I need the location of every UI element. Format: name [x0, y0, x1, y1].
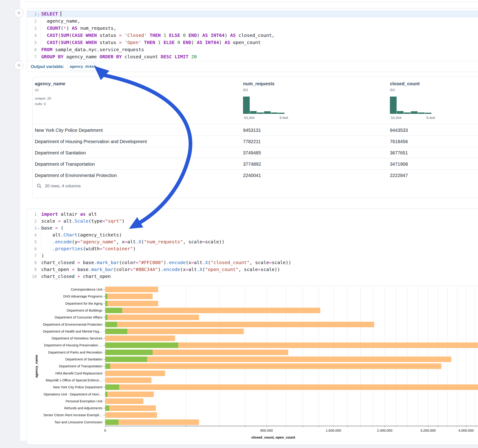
sql-code-editor[interactable]: 1∨SELECT 2 agency_name,3 COUNT(*) AS num…	[27, 8, 478, 60]
x-tick	[457, 426, 458, 427]
code-line[interactable]: 3 COUNT(*) AS num_requests,	[27, 25, 478, 32]
table-row[interactable]: Department of Sanitation37494853677651	[32, 147, 478, 158]
x-tick	[373, 426, 373, 427]
bar-closed-count	[105, 378, 151, 383]
y-axis-label: Department for the Aging	[29, 301, 102, 305]
fold-caret-icon[interactable]: ∨	[37, 225, 40, 232]
python-cell[interactable]: 1import altair as alt2scale = alt.Scale(…	[27, 209, 478, 445]
plot-border-top	[105, 286, 478, 286]
code-line[interactable]: 5 CAST(SUM(CASE WHEN status = 'Open' THE…	[27, 39, 478, 46]
bar-chart: Correspondence UnitDHS Advantage Program…	[27, 286, 478, 443]
code-line[interactable]: 1∨SELECT	[27, 10, 478, 18]
y-tick	[104, 401, 105, 401]
table-row[interactable]: New York City Police Department945313194…	[32, 124, 478, 136]
notebook-canvas: + + 1∨SELECT 2 agency_name,3 COUNT(*) AS…	[0, 0, 478, 448]
code-line[interactable]: 5 .encode(y="agency_name", x=alt.X("num_…	[27, 238, 478, 245]
histogram-min-label: 53,304	[391, 116, 402, 120]
output-variable-label: Output variable:	[31, 64, 64, 69]
code-line[interactable]: 6FROM sample_data.nyc.service_requests	[27, 46, 478, 53]
code-line[interactable]: 6 .properties(width="container")	[27, 245, 478, 252]
y-tick	[104, 380, 105, 380]
x-tick	[267, 426, 267, 427]
bar-open-count	[105, 350, 153, 355]
gridline	[360, 286, 361, 426]
x-tick	[319, 426, 319, 427]
y-tick	[104, 324, 105, 325]
table-row[interactable]: Department of Housing Preservation and D…	[32, 136, 478, 147]
x-tick	[286, 426, 286, 427]
line-number: 7	[27, 252, 37, 259]
gridline	[245, 286, 245, 426]
line-number: 6	[27, 245, 37, 252]
code-line[interactable]: 2scale = alt.Scale(type="sqrt")	[27, 218, 478, 224]
y-tick	[104, 408, 105, 408]
code-text: chart_closed + chart_open	[40, 273, 111, 280]
bar-open-count	[105, 308, 122, 313]
x-tick	[385, 426, 385, 427]
y-axis-label: Department of Consumer Affairs	[29, 315, 102, 319]
gridline	[373, 286, 373, 426]
x-axis-tick-label: 2,400,000	[368, 428, 401, 432]
column-type: i64	[390, 88, 395, 92]
code-text: agency_name,	[40, 18, 80, 25]
python-code-editor[interactable]: 1import altair as alt2scale = alt.Scale(…	[27, 209, 478, 280]
bar-closed-count	[105, 405, 156, 411]
bar-open-count	[105, 294, 107, 299]
bar-closed-count	[105, 294, 153, 299]
cell-value: 3749485	[243, 150, 261, 155]
search-icon[interactable]	[37, 183, 42, 188]
bar-open-count	[105, 356, 147, 362]
x-axis-tick-label: 800,000	[250, 428, 283, 432]
column-header: num_requests	[243, 81, 275, 87]
gridline	[418, 286, 418, 426]
code-line[interactable]: 3∨base = (	[27, 224, 478, 231]
cell-agency-name: Department of Housing Preservation and D…	[35, 139, 147, 144]
sql-cell[interactable]: 1∨SELECT 2 agency_name,3 COUNT(*) AS num…	[27, 8, 478, 72]
bar-open-count	[105, 301, 107, 306]
code-line[interactable]: 8chart_closed = base.mark_bar(color="#FF…	[27, 259, 478, 266]
gridline	[186, 286, 186, 426]
x-axis-tick-label: 0	[89, 428, 121, 432]
code-line[interactable]: 4 alt.Chart(agency_tickets)	[27, 231, 478, 238]
code-line[interactable]: 4 CAST(SUM(CASE WHEN status = 'Closed' T…	[27, 32, 478, 39]
column-histogram	[243, 97, 284, 114]
y-axis-label: Department of Housing Preservation …	[29, 343, 102, 347]
table-row[interactable]: Department of Environmental Protection22…	[32, 169, 478, 181]
add-cell-button-middle[interactable]: +	[14, 61, 24, 70]
line-number: 8	[27, 259, 37, 266]
x-tick	[466, 426, 466, 427]
x-tick	[333, 426, 334, 427]
fold-caret-icon[interactable]: ∨	[37, 11, 40, 18]
bar-open-count	[105, 419, 119, 425]
cell-agency-name: Department of Transportation	[35, 161, 95, 167]
gridline	[333, 286, 334, 426]
y-axis-label: New York City Police Department	[29, 385, 102, 389]
y-tick	[104, 345, 105, 345]
gridline	[447, 286, 448, 426]
x-axis-line	[105, 426, 478, 426]
line-number: 2	[27, 218, 37, 225]
add-cell-button-top[interactable]: +	[14, 8, 24, 18]
output-variable-pill[interactable]: agency_tickets	[68, 63, 96, 70]
code-line[interactable]: 7GROUP BY agency_name ORDER BY closed_co…	[27, 53, 478, 60]
cell-value: 3677651	[390, 150, 408, 155]
gridline	[385, 286, 385, 426]
code-line[interactable]: 10chart_closed + chart_open	[27, 273, 478, 280]
gridline	[267, 286, 267, 426]
x-axis-title: closed_count, open_count	[105, 435, 441, 439]
y-axis-label: Taxi and Limousine Commission	[29, 420, 102, 424]
table-row[interactable]: Department of Transportation377489234719…	[32, 158, 478, 170]
code-line[interactable]: 2 agency_name,	[27, 18, 478, 25]
line-number: 6	[27, 46, 37, 53]
code-line[interactable]: 1import altair as alt	[27, 211, 478, 218]
cell-value: 3471908	[390, 161, 408, 167]
cell-value: 2222847	[390, 173, 408, 178]
cell-agency-name: New York City Police Department	[35, 127, 103, 133]
gridline	[407, 286, 408, 426]
gridline	[319, 286, 319, 426]
code-line[interactable]: 9chart_open = base.mark_bar(color="#8BC3…	[27, 266, 478, 273]
x-tick	[360, 426, 361, 427]
x-tick	[428, 426, 428, 427]
code-line[interactable]: 7)	[27, 252, 478, 259]
y-tick	[104, 331, 105, 332]
